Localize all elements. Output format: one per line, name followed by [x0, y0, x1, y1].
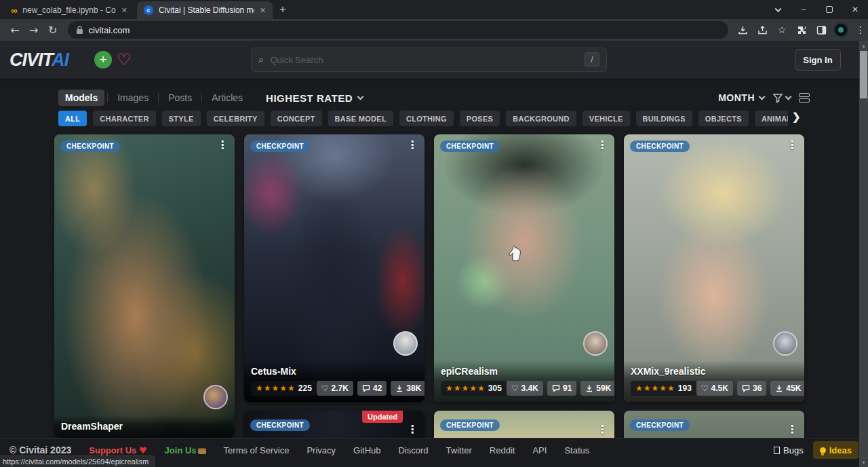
content-nav-row: ModelsImagesPostsArticles HIGHEST RATED …	[58, 88, 810, 107]
forward-button[interactable]: →	[24, 24, 43, 37]
rating-count: 305	[488, 384, 502, 393]
download-icon	[775, 384, 783, 392]
footer-link-privacy[interactable]: Privacy	[307, 445, 336, 455]
reload-button[interactable]: ↻	[43, 24, 62, 37]
profile-avatar[interactable]	[833, 22, 848, 37]
card-menu-icon[interactable]: ⋮	[787, 138, 797, 151]
civitai-logo[interactable]: CIVITAI	[9, 50, 68, 71]
briefcase-icon	[198, 448, 206, 454]
comments-pill: 42	[357, 381, 387, 396]
side-panel-icon[interactable]	[814, 22, 829, 37]
content-tab-models[interactable]: Models	[58, 90, 104, 106]
category-chip-base-model[interactable]: BASE MODEL	[328, 111, 393, 126]
comment-icon	[742, 384, 750, 392]
filter-button[interactable]	[772, 92, 791, 103]
footer-links: Terms of ServicePrivacyGitHubDiscordTwit…	[224, 445, 590, 455]
footer-link-status[interactable]: Status	[564, 445, 589, 455]
site-header: CIVITAI + ♡ ⌕ Quick Search / Sign In	[0, 41, 868, 79]
download-icon	[395, 384, 403, 392]
layout-toggle-button[interactable]	[799, 93, 810, 102]
creator-avatar[interactable]	[583, 331, 608, 356]
card-menu-icon[interactable]: ⋮	[407, 138, 418, 151]
funnel-icon	[772, 92, 783, 103]
browser-tab-colab[interactable]: ∞ new_colab_file.ipynb - Colaborat ✕	[4, 1, 134, 19]
model-card-cetus-mix[interactable]: CHECKPOINT ⋮ Cetus-Mix ★★★★★ 225 ♡2.7K 4…	[244, 134, 425, 402]
content-tab-articles[interactable]: Articles	[205, 90, 250, 106]
footer-link-twitter[interactable]: Twitter	[446, 445, 472, 455]
footer-link-join-us[interactable]: Join Us	[165, 445, 206, 455]
model-card-dreamshaper[interactable]: CHECKPOINT ⋮ DreamShaper	[54, 134, 235, 438]
scrollbar-thumb[interactable]	[860, 51, 867, 98]
card-menu-icon[interactable]: ⋮	[407, 423, 418, 436]
category-chip-poses[interactable]: POSES	[460, 111, 500, 126]
footer-link-support-us[interactable]: Support Us ♥	[89, 445, 146, 455]
download-tray-icon[interactable]	[735, 22, 750, 37]
footer-link-github[interactable]: GitHub	[353, 445, 380, 455]
content-tab-images[interactable]: Images	[111, 90, 155, 106]
maximize-button[interactable]	[816, 0, 842, 19]
stat-pill-group: ♡2.7K 42 38K	[317, 381, 425, 396]
updated-badge: Updated	[362, 411, 403, 423]
comments-pill: 36	[737, 381, 766, 396]
scroll-up-icon[interactable]: ▲	[859, 41, 868, 50]
back-button[interactable]: ←	[5, 24, 24, 37]
status-bar-url: https://civitai.com/models/25694/epicrea…	[0, 455, 155, 467]
heart-icon: ♡	[511, 384, 519, 393]
creator-avatar[interactable]	[393, 331, 418, 356]
browser-menu-icon[interactable]: ⋮	[853, 22, 868, 37]
categories-scroll-right-icon[interactable]: ❯	[792, 111, 801, 123]
footer-link-reddit[interactable]: Reddit	[490, 445, 515, 455]
category-chip-background[interactable]: BACKGROUND	[506, 111, 576, 126]
card-menu-icon[interactable]: ⋮	[787, 423, 797, 436]
new-tab-button[interactable]: +	[279, 3, 286, 16]
model-card-xxmix9realistic[interactable]: CHECKPOINT ⋮ XXMix_9realistic ★★★★★ 193 …	[624, 134, 804, 402]
bugs-button[interactable]: Bugs	[774, 445, 804, 455]
bookmark-star-icon[interactable]: ☆	[774, 22, 789, 37]
share-icon[interactable]	[755, 22, 770, 37]
footer-right: Bugs Ideas	[774, 441, 859, 459]
window-close-button[interactable]: ✕	[842, 0, 868, 19]
card-menu-icon[interactable]: ⋮	[597, 423, 608, 436]
category-chip-style[interactable]: STYLE	[162, 111, 201, 126]
creator-avatar[interactable]	[773, 331, 797, 356]
downloads-pill: 38K	[391, 381, 425, 396]
scroll-down-icon[interactable]: ▼	[859, 457, 868, 467]
quick-search-input[interactable]: ⌕ Quick Search /	[251, 48, 607, 72]
period-dropdown[interactable]: MONTH	[718, 92, 764, 103]
ideas-button[interactable]: Ideas	[813, 441, 859, 459]
category-chip-animal[interactable]: ANIMAL	[755, 111, 788, 126]
sign-in-button[interactable]: Sign In	[795, 49, 841, 71]
tab-search-chevron-icon[interactable]	[765, 0, 791, 19]
category-chip-all[interactable]: ALL	[58, 111, 87, 126]
model-card-epicrealism[interactable]: CHECKPOINT ⋮ epiCRealism ★★★★★ 305 ♡3.4K…	[434, 134, 614, 402]
model-type-badge: CHECKPOINT	[630, 419, 690, 431]
content-tab-posts[interactable]: Posts	[161, 90, 199, 106]
category-chip-clothing[interactable]: CLOTHING	[399, 111, 454, 126]
civitai-page: CIVITAI + ♡ ⌕ Quick Search / Sign In Mod…	[0, 41, 868, 467]
page-scrollbar[interactable]: ▲ ▼	[859, 41, 868, 467]
creator-avatar[interactable]	[203, 385, 228, 409]
rating-pill: ★★★★★ 225	[251, 381, 317, 396]
extensions-puzzle-icon[interactable]	[794, 22, 809, 37]
create-plus-button[interactable]: +	[94, 51, 112, 69]
category-chip-vehicle[interactable]: VEHICLE	[583, 111, 630, 126]
category-chip-concept[interactable]: CONCEPT	[271, 111, 322, 126]
footer-link-api[interactable]: API	[532, 445, 547, 455]
card-menu-icon[interactable]: ⋮	[217, 138, 228, 151]
sort-dropdown[interactable]: HIGHEST RATED	[266, 92, 363, 104]
card-menu-icon[interactable]: ⋮	[597, 138, 608, 151]
favorites-heart-icon[interactable]: ♡	[117, 50, 132, 69]
tab-close-icon[interactable]: ✕	[260, 6, 266, 15]
star-rating-icon: ★★★★★	[635, 384, 675, 393]
footer-link-discord[interactable]: Discord	[398, 445, 428, 455]
category-chip-buildings[interactable]: BUILDINGS	[636, 111, 692, 126]
footer-link-terms-of-service[interactable]: Terms of Service	[224, 445, 290, 455]
browser-tab-civitai[interactable]: c Civitai | Stable Diffusion models, ✕	[137, 1, 273, 19]
url-bar[interactable]: civitai.com	[68, 21, 728, 39]
minimize-button[interactable]: –	[791, 0, 816, 19]
category-chip-objects[interactable]: OBJECTS	[698, 111, 749, 126]
category-chip-character[interactable]: CHARACTER	[93, 111, 155, 126]
heart-icon: ♡	[701, 384, 709, 393]
category-chip-celebrity[interactable]: CELEBRITY	[207, 111, 264, 126]
tab-close-icon[interactable]: ✕	[121, 6, 127, 15]
